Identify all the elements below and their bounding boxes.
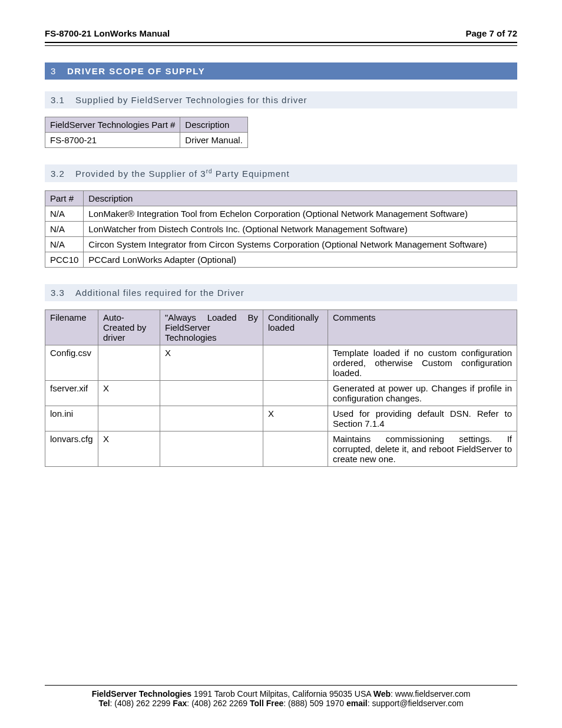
footer-web-label: Web — [373, 689, 391, 699]
cell — [263, 431, 328, 467]
footer-toll: : (888) 509 1970 — [283, 699, 346, 708]
cell: Circon System Integrator from Circon Sys… — [84, 237, 517, 252]
cell — [98, 406, 160, 431]
table-row: N/A LonMaker® Integration Tool from Eche… — [45, 206, 517, 222]
col-header: Conditionally loaded — [263, 310, 328, 345]
cell — [98, 345, 160, 381]
cell — [263, 345, 328, 381]
col-header: Part # — [45, 191, 84, 206]
footer-email-label: email — [346, 699, 368, 708]
sub-num: 3.2 — [51, 169, 75, 179]
sub-num: 3.1 — [51, 95, 75, 105]
cell: Used for providing default DSN. Refer to… — [328, 406, 517, 431]
cell — [160, 431, 263, 467]
table-row: PCC10 PCCard LonWorks Adapter (Optional) — [45, 252, 517, 268]
subsection-3-1: 3.1 Supplied by FieldServer Technologies… — [45, 91, 517, 108]
col-header: Description — [180, 117, 248, 133]
col-header: "Always Loaded By FieldServer Technologi… — [160, 310, 263, 345]
cell: N/A — [45, 237, 84, 252]
cell: LonWatcher from Distech Controls Inc. (O… — [84, 222, 517, 237]
cell: Generated at power up. Changes if profil… — [328, 381, 517, 406]
subsection-3-3: 3.3 Additional files required for the Dr… — [45, 284, 517, 301]
cell: Driver Manual. — [180, 133, 248, 148]
footer-tel: : (408) 262 2299 — [110, 699, 173, 708]
section-heading: 3 DRIVER SCOPE OF SUPPLY — [45, 62, 517, 80]
footer-address: 1991 Tarob Court Milpitas, California 95… — [191, 689, 373, 699]
footer-toll-label: Toll Free — [250, 699, 283, 708]
footer-fax: : (408) 262 2269 — [187, 699, 250, 708]
cell: X — [263, 406, 328, 431]
col-header: Filename — [45, 310, 98, 345]
col-header: Description — [84, 191, 517, 206]
section-title: DRIVER SCOPE OF SUPPLY — [67, 66, 205, 76]
cell: N/A — [45, 206, 84, 222]
cell: N/A — [45, 222, 84, 237]
table-row: lonvars.cfg X Maintains commissioning se… — [45, 431, 517, 467]
cell: X — [160, 345, 263, 381]
sub-title: Supplied by FieldServer Technologies for… — [75, 95, 308, 105]
table-row: Config.csv X Template loaded if no custo… — [45, 345, 517, 381]
cell: Config.csv — [45, 345, 98, 381]
section-num: 3 — [51, 66, 67, 76]
col-header: FieldServer Technologies Part # — [45, 117, 180, 133]
footer: FieldServer Technologies 1991 Tarob Cour… — [45, 685, 517, 708]
cell: fserver.xif — [45, 381, 98, 406]
table-3-1: FieldServer Technologies Part # Descript… — [45, 117, 248, 148]
col-header: Comments — [328, 310, 517, 345]
cell: PCCard LonWorks Adapter (Optional) — [84, 252, 517, 268]
cell: X — [98, 381, 160, 406]
footer-fax-label: Fax — [173, 699, 187, 708]
cell: PCC10 — [45, 252, 84, 268]
sub-num: 3.3 — [51, 288, 75, 298]
col-header: Auto-Created by driver — [98, 310, 160, 345]
cell: FS-8700-21 — [45, 133, 180, 148]
cell — [160, 381, 263, 406]
cell — [160, 406, 263, 431]
footer-web: : www.fieldserver.com — [391, 689, 470, 699]
table-3-3: Filename Auto-Created by driver "Always … — [45, 309, 517, 467]
cell: LonMaker® Integration Tool from Echelon … — [84, 206, 517, 222]
subsection-3-2: 3.2 Provided by the Supplier of 3rd Part… — [45, 164, 517, 182]
sub-title: Provided by the Supplier of 3rd Party Eq… — [75, 168, 290, 179]
cell: X — [98, 431, 160, 467]
cell — [263, 381, 328, 406]
table-3-2: Part # Description N/A LonMaker® Integra… — [45, 190, 517, 268]
cell: Template loaded if no custom configurati… — [328, 345, 517, 381]
footer-company: FieldServer Technologies — [92, 689, 191, 699]
table-row: FS-8700-21 Driver Manual. — [45, 133, 248, 148]
cell: lon.ini — [45, 406, 98, 431]
header-right: Page 7 of 72 — [465, 28, 517, 38]
sub-title: Additional files required for the Driver — [75, 288, 244, 298]
cell: lonvars.cfg — [45, 431, 98, 467]
footer-email: : support@fieldserver.com — [368, 699, 464, 708]
table-row: fserver.xif X Generated at power up. Cha… — [45, 381, 517, 406]
table-row: lon.ini X Used for providing default DSN… — [45, 406, 517, 431]
footer-tel-label: Tel — [98, 699, 110, 708]
table-row: N/A LonWatcher from Distech Controls Inc… — [45, 222, 517, 237]
table-row: N/A Circon System Integrator from Circon… — [45, 237, 517, 252]
cell: Maintains commissioning settings. If cor… — [328, 431, 517, 467]
header-left: FS-8700-21 LonWorks Manual — [45, 28, 170, 38]
